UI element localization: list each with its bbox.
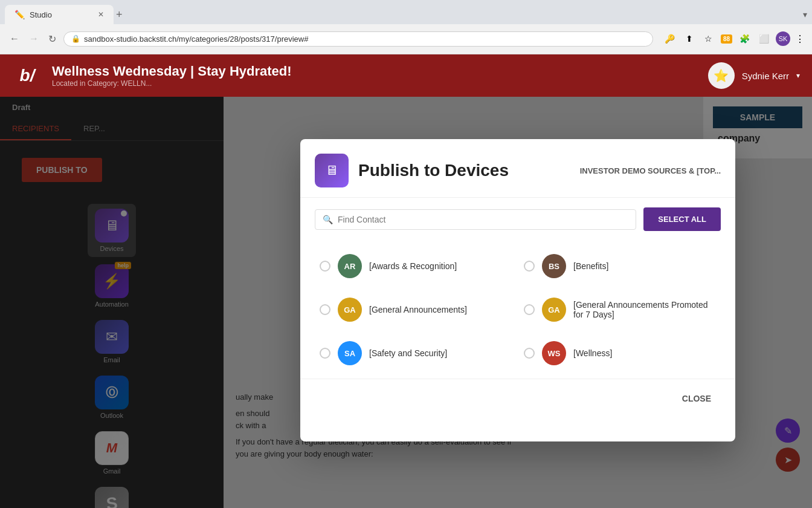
search-icon: 🔍	[323, 215, 333, 224]
url-text: sandbox-studio.backstit.ch/my/categories…	[84, 34, 308, 44]
contact-row-ws[interactable]: WS [Wellness]	[519, 333, 721, 374]
chrome-menu-icon[interactable]: ⋮	[795, 33, 805, 45]
app-title-section: Wellness Wednesday | Stay Hydrated! Loca…	[52, 63, 698, 88]
contact-row-ar[interactable]: AR [Awards & Recognition]	[315, 246, 517, 287]
contact-name-ar: [Awards & Recognition]	[369, 261, 457, 271]
tab-bar: ✏️ Studio ✕ + ▾	[0, 0, 812, 24]
modal-title: Publish to Devices	[358, 161, 570, 180]
contact-name-bs: [Benefits]	[573, 261, 608, 271]
user-avatar: ⭐	[708, 62, 735, 89]
contact-name-ga1: [General Announcements]	[369, 305, 467, 314]
puzzle-icon: 🧩	[737, 31, 752, 46]
avatar-ws: WS	[542, 341, 566, 365]
logo-text: b/	[20, 66, 35, 85]
lock-icon: 🔒	[71, 34, 80, 43]
extension-badge: 88	[721, 34, 732, 44]
url-bar[interactable]: 🔒 sandbox-studio.backstit.ch/my/categori…	[63, 31, 653, 47]
radio-sa[interactable]	[320, 348, 330, 359]
radio-ar[interactable]	[320, 261, 330, 272]
modal-source-label: INVESTOR DEMO SOURCES & [TOP...	[580, 166, 721, 175]
modal-search-row: 🔍 SELECT ALL	[300, 198, 735, 241]
star-icon: ☆	[701, 31, 716, 46]
key-icon: 🔑	[663, 31, 677, 46]
avatar-ga2: GA	[542, 298, 566, 322]
radio-bs[interactable]	[524, 261, 535, 272]
layout-icon: ⬜	[756, 31, 771, 46]
address-bar: ← → ↻ 🔒 sandbox-studio.backstit.ch/my/ca…	[0, 24, 812, 53]
avatar-ga1: GA	[338, 298, 362, 322]
avatar-bs: BS	[542, 254, 566, 278]
app-logo: b/	[12, 60, 42, 91]
modal-overlay: 🖥 Publish to Devices INVESTOR DEMO SOURC…	[0, 97, 812, 508]
app-post-title: Wellness Wednesday | Stay Hydrated!	[52, 63, 698, 79]
modal-footer: CLOSE	[300, 379, 735, 418]
app-header: b/ Wellness Wednesday | Stay Hydrated! L…	[0, 54, 812, 97]
app-background: b/ Wellness Wednesday | Stay Hydrated! L…	[0, 54, 812, 508]
contact-row-ga1[interactable]: GA [General Announcements]	[315, 289, 517, 330]
modal-icon: 🖥	[315, 154, 349, 187]
publish-devices-modal: 🖥 Publish to Devices INVESTOR DEMO SOURC…	[300, 139, 735, 441]
app-content: Draft RECIPIENTS REP... PUBLISH TO 🖥 Dev…	[0, 97, 812, 508]
contact-grid: AR [Awards & Recognition] BS [Benefits]	[300, 241, 735, 379]
tab-favicon: ✏️	[14, 10, 25, 19]
contact-row-sa[interactable]: SA [Safety and Security]	[315, 333, 517, 374]
radio-ga2[interactable]	[524, 304, 535, 315]
contact-row-bs[interactable]: BS [Benefits]	[519, 246, 721, 287]
app-subtitle: Located in Category: WELLN...	[52, 79, 698, 88]
share-icon: ⬆	[682, 31, 697, 46]
profile-avatar[interactable]: SK	[776, 31, 790, 46]
browser-chrome: ✏️ Studio ✕ + ▾ ← → ↻ 🔒 sandbox-studio.b…	[0, 0, 812, 54]
main-content: SAMPLE company ually make en shouldck wi…	[224, 97, 812, 508]
radio-ws[interactable]	[524, 348, 535, 359]
select-all-button[interactable]: SELECT ALL	[643, 207, 721, 231]
back-button[interactable]: ←	[7, 31, 22, 47]
avatar-ar: AR	[338, 254, 362, 278]
close-button[interactable]: CLOSE	[672, 389, 721, 408]
browser-actions: 🔑 ⬆ ☆ 88 🧩 ⬜ SK ⋮	[663, 31, 805, 46]
tab-label: Studio	[30, 10, 52, 19]
tab-close-button[interactable]: ✕	[98, 10, 104, 19]
active-tab[interactable]: ✏️ Studio ✕	[5, 5, 114, 24]
reload-button[interactable]: ↻	[46, 31, 59, 47]
contact-name-ga2: [General Announcements Promoted for 7 Da…	[573, 300, 716, 319]
contact-row-ga2[interactable]: GA [General Announcements Promoted for 7…	[519, 289, 721, 330]
find-contact-input[interactable]	[338, 215, 628, 224]
modal-devices-icon: 🖥	[325, 163, 338, 178]
star-icon: ⭐	[714, 68, 729, 83]
user-name: Sydnie Kerr	[742, 71, 789, 81]
modal-header: 🖥 Publish to Devices INVESTOR DEMO SOURC…	[300, 139, 735, 198]
user-dropdown-icon[interactable]: ▾	[796, 71, 800, 80]
user-section: ⭐ Sydnie Kerr ▾	[708, 62, 800, 89]
contact-name-ws: [Wellness]	[573, 348, 612, 358]
forward-button[interactable]: →	[27, 31, 41, 47]
search-box: 🔍	[315, 209, 636, 230]
avatar-sa: SA	[338, 341, 362, 365]
tab-actions: ▾	[803, 10, 807, 19]
radio-ga1[interactable]	[320, 304, 330, 315]
contact-name-sa: [Safety and Security]	[369, 348, 447, 358]
new-tab-button[interactable]: +	[116, 8, 123, 21]
